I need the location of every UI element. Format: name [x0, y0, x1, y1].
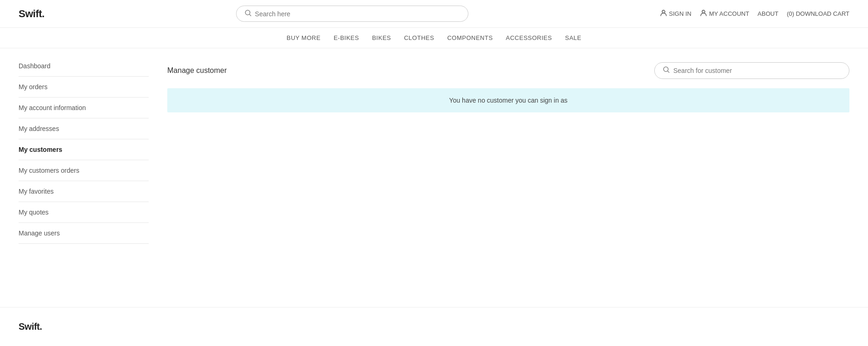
nav-accessories[interactable]: ACCESSORIES	[506, 34, 552, 41]
sidebar-item-my-account-information[interactable]: My account information	[19, 98, 149, 118]
search-input[interactable]	[255, 10, 460, 18]
header-nav: SIGN IN MY ACCOUNT ABOUT (0) DOWNLOAD CA…	[660, 9, 849, 18]
nav-sale[interactable]: SALE	[565, 34, 581, 41]
logo[interactable]: Swift.	[19, 8, 45, 20]
about-label: ABOUT	[757, 10, 778, 17]
svg-point-2	[662, 10, 665, 13]
footer: Swift.	[0, 307, 868, 346]
no-customer-message: You have no customer you can sign in as	[449, 97, 568, 104]
customer-search-input[interactable]	[673, 67, 841, 74]
sidebar-item-my-customers-orders[interactable]: My customers orders	[19, 160, 149, 181]
sign-in-label: SIGN IN	[669, 10, 691, 17]
account-icon	[700, 9, 707, 18]
sidebar-item-my-favorites[interactable]: My favorites	[19, 181, 149, 202]
nav-components[interactable]: COMPONENTS	[447, 34, 493, 41]
my-account-label: MY ACCOUNT	[709, 10, 749, 17]
nav-bar: BUY MORE E-BIKES BIKES CLOTHES COMPONENT…	[0, 28, 868, 48]
sign-in-link[interactable]: SIGN IN	[660, 9, 691, 18]
svg-line-5	[668, 71, 669, 72]
main-search-bar[interactable]	[236, 6, 468, 22]
content-title: Manage customer	[167, 66, 227, 75]
about-link[interactable]: ABOUT	[757, 10, 778, 17]
nav-buy-more[interactable]: BUY MORE	[287, 34, 321, 41]
main-content: Dashboard My orders My account informati…	[0, 48, 868, 307]
sidebar: Dashboard My orders My account informati…	[19, 62, 149, 293]
content-header: Manage customer	[167, 62, 849, 79]
customer-search-icon	[663, 66, 670, 75]
svg-line-1	[250, 14, 251, 16]
nav-bikes[interactable]: BIKES	[372, 34, 391, 41]
sidebar-item-my-orders[interactable]: My orders	[19, 77, 149, 98]
sidebar-item-manage-users[interactable]: Manage users	[19, 223, 149, 244]
sidebar-item-my-addresses[interactable]: My addresses	[19, 118, 149, 139]
sidebar-item-my-customers[interactable]: My customers	[19, 139, 149, 160]
nav-e-bikes[interactable]: E-BIKES	[334, 34, 359, 41]
my-account-link[interactable]: MY ACCOUNT	[700, 9, 749, 18]
person-icon	[660, 9, 667, 18]
svg-point-3	[702, 10, 705, 13]
sidebar-item-my-quotes[interactable]: My quotes	[19, 202, 149, 223]
sidebar-item-dashboard[interactable]: Dashboard	[19, 62, 149, 77]
no-customer-banner: You have no customer you can sign in as	[167, 88, 849, 112]
download-cart-link[interactable]: (0) DOWNLOAD CART	[787, 10, 849, 17]
nav-clothes[interactable]: CLOTHES	[404, 34, 434, 41]
header: Swift. SIGN IN	[0, 0, 868, 28]
customer-search-bar[interactable]	[654, 62, 849, 79]
search-icon	[245, 10, 251, 18]
content-area: Manage customer You have no customer you…	[167, 62, 849, 293]
download-cart-label: (0) DOWNLOAD CART	[787, 10, 849, 17]
footer-logo: Swift.	[19, 321, 42, 332]
